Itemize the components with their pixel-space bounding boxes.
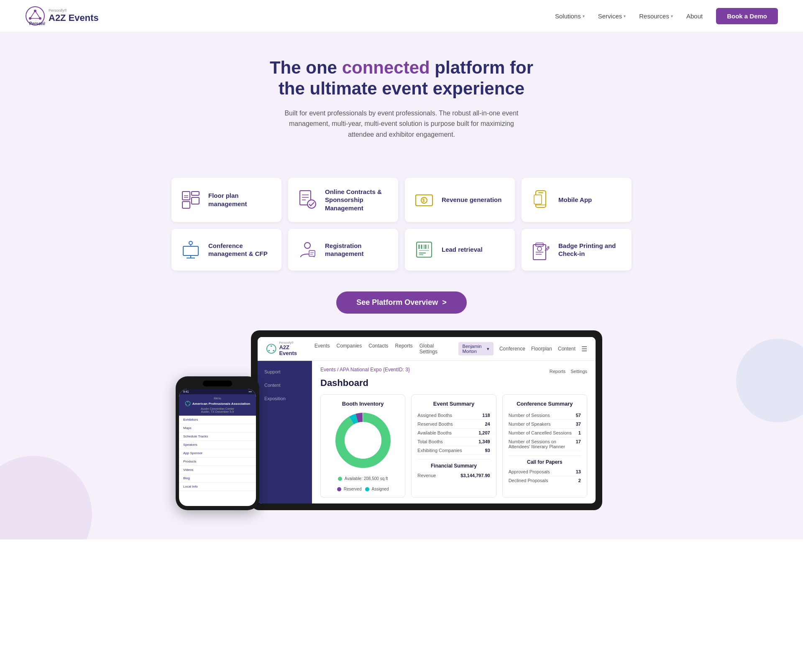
feature-contracts[interactable]: Online Contracts & Sponsorship Managemen… [288,178,398,222]
nav-services[interactable]: Services ▾ [598,13,626,20]
app-nav-global[interactable]: Global Settings [419,343,442,355]
hamburger-icon[interactable]: ☰ [581,345,587,353]
sidebar-support[interactable]: Support [258,365,312,378]
action-settings[interactable]: Settings [570,369,587,374]
floor-plan-icon [180,189,202,211]
user-name: Benjamin Morton [463,344,485,354]
sidebar-content[interactable]: Content [258,378,312,392]
approved-proposals-value: 13 [576,469,581,474]
tablet-screen: Personify® A2Z Events Events Companies C… [258,337,596,503]
app-sidebar: Support Content Exposition [258,361,312,503]
app-nav-reports[interactable]: Reports [395,343,413,355]
mobile-menu-maps[interactable]: Maps [179,424,256,432]
financial-summary-title: Financial Summary [417,459,490,469]
mobile-menu-videos[interactable]: Videos [179,466,256,474]
svg-point-60 [345,422,381,459]
breadcrumb: Events / APA National Expo {EventID: 3} [320,367,410,373]
sidebar-exposition[interactable]: Exposition [258,392,312,405]
reserved-booths-row: Reserved Booths 24 [417,420,490,429]
mobile-app-icon [530,189,552,211]
legend-reserved: Reserved [337,487,362,491]
svg-rect-10 [192,197,199,204]
mobile-menu-speakers[interactable]: Speakers [179,441,256,449]
nav-resources[interactable]: Resources ▾ [639,13,673,20]
num-cancelled-row: Number of Cancelled Sessions 1 [509,429,581,437]
mobile-header: Menu American Professionals Association … [179,394,256,416]
feature-conference[interactable]: Conference management & CFP [171,229,281,271]
logo-text: A2Z Events [49,13,99,23]
donut-legend: Available: 208,500 sq ft Reserved Assign… [327,474,399,491]
app-nav-content[interactable]: Content [558,346,575,352]
app-nav-companies[interactable]: Companies [337,343,362,355]
exhibiting-companies-value: 93 [485,448,490,453]
mobile-frame: 9:41 ▪▪▪ Menu American Profes [176,376,259,510]
app-nav: Personify® A2Z Events Events Companies C… [258,337,596,361]
feature-badge[interactable]: Badge Printing and Check-in [522,229,632,271]
mobile-app-label: Mobile App [558,196,592,204]
action-reports[interactable]: Reports [550,369,566,374]
declined-proposals-label: Declined Proposals [509,478,548,483]
conference-label: Conference management & CFP [208,242,273,258]
mockup-outer: 9:41 ▪▪▪ Menu American Profes [201,330,602,510]
app-nav-events[interactable]: Events [315,343,330,355]
contracts-label: Online Contracts & Sponsorship Managemen… [325,188,390,212]
app-nav-conference[interactable]: Conference [499,346,525,352]
nav-about[interactable]: About [686,13,703,20]
mockup-section: 9:41 ▪▪▪ Menu American Profes [0,330,803,539]
page-actions: Reports Settings [550,369,587,374]
num-sessions-label: Number of Sessions [509,413,550,418]
platform-overview-button[interactable]: See Platform Overview > [336,291,467,314]
feature-mobile-app[interactable]: Mobile App [522,178,632,222]
svg-line-4 [35,11,40,18]
num-cancelled-label: Number of Cancelled Sessions [509,430,572,435]
available-booths-value: 1,207 [478,430,490,435]
num-speakers-value: 37 [576,422,581,427]
exhibiting-companies-label: Exhibiting Companies [417,448,462,453]
svg-rect-35 [417,242,432,257]
feature-registration[interactable]: Registration management [288,229,398,271]
book-demo-button[interactable]: Book a Demo [716,8,778,24]
svg-point-18 [307,200,316,208]
hero-subtitle: Built for event professionals by event p… [284,108,519,140]
cta-arrow-icon: > [442,298,447,307]
mobile-menu-local[interactable]: Local Info [179,483,256,491]
reserved-label: Reserved [344,487,362,491]
cfp-title: Call for Papers [509,455,581,465]
declined-proposals-value: 2 [578,478,581,483]
assigned-label: Assigned [372,487,389,491]
mobile-menu-products[interactable]: Products [179,457,256,466]
available-label: Available: 208,500 sq ft [345,476,388,481]
breadcrumb-events[interactable]: Events [320,367,336,373]
nav-solutions[interactable]: Solutions ▾ [555,13,585,20]
app-nav-floorplan[interactable]: Floorplan [531,346,552,352]
revenue-value: $3,144,797.90 [460,473,490,478]
mobile-menu-schedule[interactable]: Schedule Tracks [179,432,256,441]
svg-rect-11 [182,202,190,208]
badge-icon [530,239,552,261]
legend-available: Available: 208,500 sq ft [338,476,388,481]
mobile-status-bar: 9:41 ▪▪▪ [179,389,256,394]
svg-point-31 [304,243,310,248]
reserved-booths-label: Reserved Booths [417,422,453,427]
mobile-venue: Austin Convention Center [183,407,252,410]
platform-overview-label: See Platform Overview [356,298,438,307]
svg-point-55 [273,350,274,352]
contracts-icon [297,189,318,211]
conference-summary-title: Conference Summary [509,401,581,407]
floor-plan-label: Floor plan management [208,192,273,208]
logo: Personify Personify® A2Z Events [25,6,99,26]
mobile-menu-sponsor[interactable]: App Sponsor [179,449,256,457]
mobile-menu-blog[interactable]: Blog [179,474,256,483]
feature-revenue[interactable]: $ Revenue generation [405,178,515,222]
app-nav-contacts[interactable]: Contacts [368,343,388,355]
cta-section: See Platform Overview > [0,283,803,330]
features-grid: Floor plan management Online Contracts &… [171,178,632,271]
user-menu[interactable]: Benjamin Morton ▾ [458,342,494,355]
assigned-booths-value: 118 [482,413,490,418]
revenue-label: Revenue generation [442,196,501,204]
feature-floor-plan[interactable]: Floor plan management [171,178,281,222]
total-booths-label: Total Booths [417,439,443,444]
feature-lead[interactable]: Lead retrieval [405,229,515,271]
svg-text:Personify: Personify [29,21,45,26]
mobile-menu-exhibitors[interactable]: Exhibitors [179,416,256,424]
